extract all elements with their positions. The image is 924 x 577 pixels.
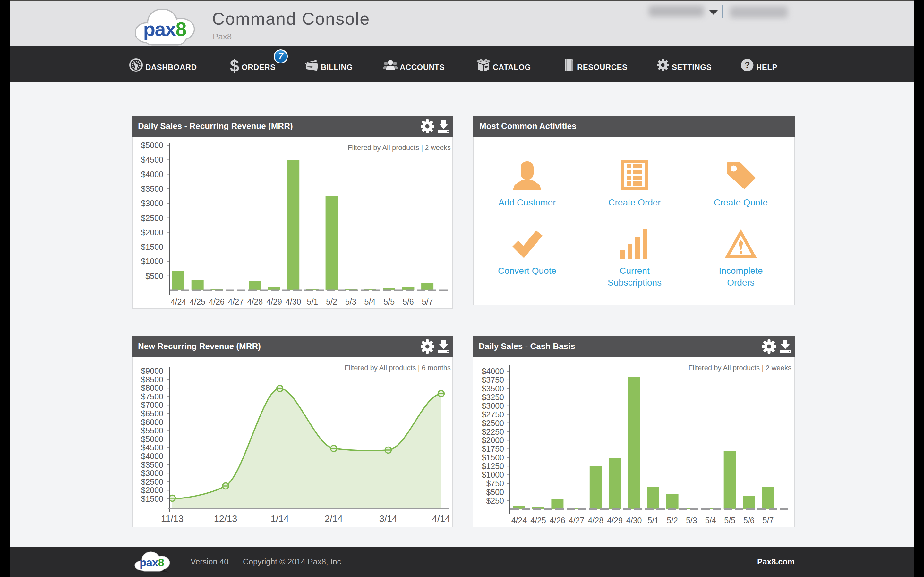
svg-text:$3750: $3750: [481, 376, 504, 384]
svg-text:$500: $500: [486, 488, 504, 496]
svg-text:$9000: $9000: [141, 366, 163, 376]
svg-text:$3250: $3250: [481, 393, 504, 402]
svg-text:$2000: $2000: [481, 436, 504, 445]
svg-text:$2500: $2500: [481, 419, 504, 428]
svg-text:4/14: 4/14: [432, 514, 450, 524]
svg-text:Filtered by All products | 2 w: Filtered by All products | 2 weeks: [348, 143, 451, 152]
svg-text:$7000: $7000: [141, 400, 163, 409]
svg-text:4/28: 4/28: [588, 516, 604, 525]
svg-text:$3500: $3500: [141, 460, 163, 469]
svg-text:$7500: $7500: [141, 392, 163, 401]
svg-text:5/1: 5/1: [648, 516, 659, 525]
svg-text:4/24: 4/24: [511, 516, 527, 525]
svg-text:$5500: $5500: [141, 426, 163, 435]
svg-text:$2750: $2750: [481, 410, 504, 419]
svg-text:5/1: 5/1: [307, 297, 318, 306]
svg-text:$1250: $1250: [481, 462, 504, 471]
svg-text:4/29: 4/29: [607, 516, 623, 525]
svg-text:$3500: $3500: [481, 384, 504, 393]
svg-text:$3500: $3500: [141, 184, 163, 193]
svg-text:5/6: 5/6: [743, 516, 754, 525]
svg-text:4/27: 4/27: [228, 297, 244, 306]
svg-text:$500: $500: [145, 271, 163, 280]
svg-text:4/30: 4/30: [286, 297, 301, 306]
svg-text:3/14: 3/14: [379, 514, 397, 524]
svg-text:$250: $250: [486, 496, 504, 505]
svg-text:$2000: $2000: [141, 486, 163, 495]
svg-text:4/24: 4/24: [171, 297, 186, 306]
svg-text:$3000: $3000: [481, 401, 504, 410]
svg-text:5/4: 5/4: [705, 516, 716, 525]
svg-text:4/30: 4/30: [626, 516, 642, 525]
svg-text:pax8: pax8: [143, 18, 186, 40]
svg-text:pax8: pax8: [140, 556, 164, 569]
svg-text:Filtered by All products | 6 m: Filtered by All products | 6 months: [344, 364, 451, 372]
svg-text:$4000: $4000: [141, 452, 163, 461]
svg-text:11/13: 11/13: [161, 514, 184, 524]
svg-text:$1000: $1000: [141, 257, 163, 266]
svg-text:5/2: 5/2: [326, 297, 337, 306]
svg-text:5/5: 5/5: [383, 297, 395, 306]
svg-text:$750: $750: [486, 479, 504, 488]
svg-text:5/5: 5/5: [724, 516, 735, 525]
svg-text:5/3: 5/3: [345, 297, 357, 306]
svg-text:$1750: $1750: [481, 444, 504, 453]
svg-text:$5000: $5000: [141, 141, 163, 150]
svg-text:$2250: $2250: [481, 427, 504, 436]
svg-text:4/26: 4/26: [549, 516, 565, 525]
svg-text:$4000: $4000: [141, 170, 163, 179]
svg-text:$5000: $5000: [141, 435, 163, 444]
svg-text:4/25: 4/25: [530, 516, 546, 525]
svg-text:$3000: $3000: [141, 469, 163, 478]
svg-text:1/14: 1/14: [271, 514, 289, 524]
svg-text:$1500: $1500: [141, 242, 163, 251]
svg-text:5/7: 5/7: [422, 297, 433, 306]
svg-text:4/25: 4/25: [190, 297, 205, 306]
svg-text:$8500: $8500: [141, 375, 163, 384]
svg-text:$2000: $2000: [141, 228, 163, 237]
svg-text:$2500: $2500: [141, 477, 163, 486]
svg-text:5/7: 5/7: [762, 516, 774, 525]
svg-text:4/27: 4/27: [569, 516, 585, 525]
svg-text:$6000: $6000: [141, 418, 163, 427]
svg-text:2/14: 2/14: [325, 514, 342, 524]
svg-text:$8000: $8000: [141, 384, 163, 392]
svg-text:5/6: 5/6: [403, 297, 414, 306]
svg-text:$3000: $3000: [141, 199, 163, 208]
svg-text:$: $: [230, 58, 239, 75]
svg-text:4/26: 4/26: [209, 297, 225, 306]
svg-text:5/2: 5/2: [667, 516, 678, 525]
svg-text:?: ?: [744, 60, 750, 70]
svg-text:$6500: $6500: [141, 409, 163, 418]
svg-text:$2500: $2500: [141, 213, 163, 222]
svg-text:$4500: $4500: [141, 443, 163, 452]
svg-text:$4500: $4500: [141, 155, 163, 164]
svg-text:12/13: 12/13: [214, 514, 237, 524]
svg-text:5/3: 5/3: [686, 516, 697, 525]
svg-text:$1000: $1000: [481, 470, 504, 479]
svg-text:4/28: 4/28: [247, 297, 263, 306]
svg-text:$1500: $1500: [141, 494, 163, 503]
svg-text:4/29: 4/29: [266, 297, 282, 306]
svg-text:Filtered by All products | 2 w: Filtered by All products | 2 weeks: [688, 364, 792, 372]
svg-text:5/4: 5/4: [365, 297, 376, 306]
svg-text:$4000: $4000: [481, 367, 504, 376]
svg-text:$1500: $1500: [481, 453, 504, 462]
